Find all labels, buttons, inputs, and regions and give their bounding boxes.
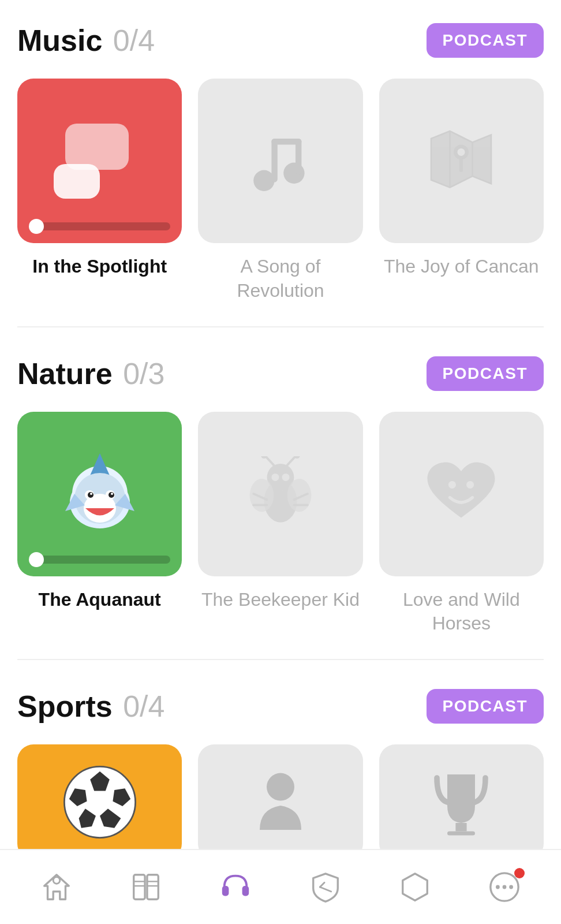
progress-bar-wrap [29,222,170,230]
svg-point-65 [510,885,514,889]
svg-point-33 [250,479,274,512]
aquanaut-progress-dot [29,552,44,567]
soccer-ball-icon [59,762,140,843]
aquanaut-progress-wrap [29,556,170,564]
section-music: Music 0/4 PODCAST In [17,23,544,303]
svg-rect-2 [271,139,277,182]
music-count: 0/4 [113,24,155,57]
nav-home[interactable] [40,870,73,904]
card-in-the-spotlight[interactable]: In the Spotlight [17,79,182,303]
card-the-aquanaut[interactable]: The Aquanaut [17,412,182,636]
card-beekeeper-kid[interactable]: The Beekeeper Kid [198,412,362,636]
svg-line-29 [286,456,296,466]
book-icon [129,870,163,904]
trophy-icon [427,767,496,837]
nature-header: Nature 0/3 PODCAST [17,356,544,391]
headphones-icon [219,870,252,904]
svg-rect-57 [222,886,229,896]
svg-line-27 [265,456,275,466]
bubble-big [65,124,129,170]
svg-point-31 [271,474,279,481]
music-title-group: Music 0/4 [17,23,155,58]
card-thumb-sports-1 [17,744,182,860]
card-love-wild-horses[interactable]: Love and Wild Horses [379,412,544,636]
section-nature: Nature 0/3 PODCAST [17,356,544,636]
svg-point-34 [287,479,312,512]
main-content: Music 0/4 PODCAST In [0,0,561,924]
nature-cards: The Aquanaut [17,412,544,636]
nature-title-group: Nature 0/3 [17,356,164,391]
svg-line-59 [320,882,324,887]
sports-podcast-badge[interactable]: PODCAST [427,689,544,724]
music-note-icon [243,124,318,199]
divider-1 [17,326,544,327]
nature-podcast-badge[interactable]: PODCAST [427,356,544,391]
card-thumb-joy-cancan [379,79,544,243]
nav-gem[interactable] [398,870,432,904]
bottom-nav [0,849,561,924]
svg-point-64 [503,885,507,889]
card-label-aquanaut: The Aquanaut [39,588,161,612]
svg-point-39 [448,481,456,489]
svg-marker-61 [403,874,428,900]
nature-title: Nature [17,357,113,390]
nav-shield[interactable] [309,870,342,904]
bug-icon [243,456,318,531]
card-the-joy-of-cancan[interactable]: The Joy of Cancan [379,79,544,303]
nav-library[interactable] [129,870,163,904]
card-label-song-revolution: A Song of Revolution [198,255,362,303]
card-thumb-sports-3 [379,744,544,860]
card-thumb-song-revolution [198,79,362,243]
home-icon [40,870,73,904]
heart-icon [424,456,499,531]
bubble-small [54,164,100,199]
svg-line-60 [320,887,331,892]
svg-point-63 [496,885,500,889]
svg-rect-51 [134,875,145,900]
card-label-beekeeper: The Beekeeper Kid [201,588,360,612]
divider-2 [17,659,544,660]
gem-icon [398,870,432,904]
section-sports: Sports 0/4 PODCAST [17,689,544,871]
svg-point-47 [267,773,294,801]
card-label-in-the-spotlight: In the Spotlight [32,255,167,279]
svg-point-22 [111,493,113,495]
chat-icon [54,124,146,199]
card-label-joy-cancan: The Joy of Cancan [384,255,539,279]
music-cards: In the Spotlight A Song of Revolution [17,79,544,303]
nature-count: 0/3 [123,357,164,390]
sports-title: Sports [17,690,113,723]
svg-point-32 [282,474,290,481]
sports-count: 0/4 [123,690,164,723]
svg-rect-52 [147,875,158,900]
card-thumb-horses [379,412,544,576]
svg-point-8 [458,148,465,156]
notification-dot [514,868,525,878]
card-label-horses: Love and Wild Horses [379,588,544,636]
card-thumb-sports-2 [198,744,362,860]
progress-dot [29,219,44,234]
card-thumb-in-the-spotlight [17,79,182,243]
shield-icon [309,870,342,904]
nav-more[interactable] [488,870,521,904]
svg-rect-48 [456,823,467,831]
sports-title-group: Sports 0/4 [17,689,164,724]
sports-header: Sports 0/4 PODCAST [17,689,544,724]
shark-icon [54,448,146,540]
svg-point-50 [53,877,60,884]
music-title: Music [17,24,102,57]
music-header: Music 0/4 PODCAST [17,23,544,58]
person-icon [246,767,315,837]
card-thumb-aquanaut [17,412,182,576]
svg-point-21 [90,493,92,495]
map-icon [424,124,499,199]
nav-podcast[interactable] [219,870,252,904]
card-thumb-beekeeper [198,412,362,576]
svg-rect-49 [447,831,475,835]
svg-point-0 [253,170,274,191]
svg-rect-58 [242,886,249,896]
svg-point-40 [466,481,474,489]
card-a-song-of-revolution[interactable]: A Song of Revolution [198,79,362,303]
svg-rect-4 [296,139,301,174]
music-podcast-badge[interactable]: PODCAST [427,23,544,58]
